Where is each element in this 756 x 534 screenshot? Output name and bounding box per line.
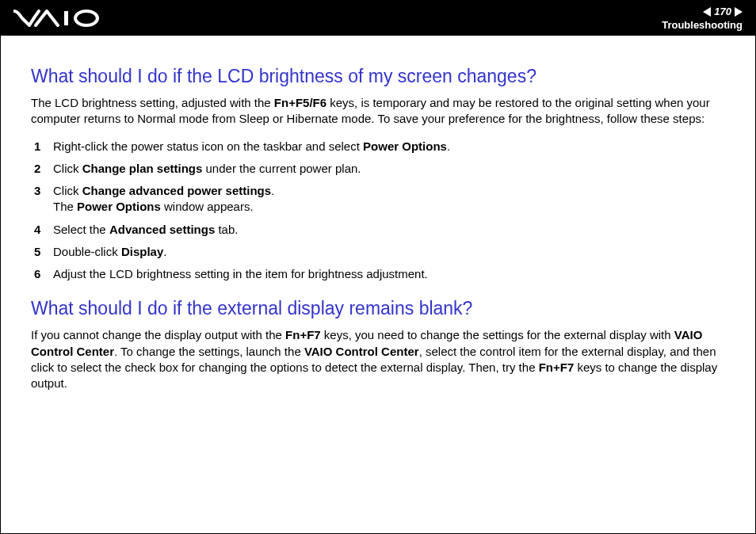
question-heading-2: What should I do if the external display… [31, 298, 725, 319]
keys-label: Fn+F7 [539, 360, 575, 374]
step-number: 1 [34, 139, 53, 154]
section-label: Troubleshooting [662, 19, 743, 31]
vaio-logo [13, 10, 101, 27]
list-item: 3 Click Change advanced power settings. … [34, 183, 725, 216]
list-item: 6 Adjust the LCD brightness setting in t… [34, 266, 725, 282]
text: The LCD brightness setting, adjusted wit… [31, 96, 274, 109]
header-right: 170 Troubleshooting [662, 6, 743, 31]
arrow-right-icon[interactable] [735, 7, 743, 17]
step-number: 3 [34, 183, 53, 216]
page-number: 170 [714, 6, 731, 17]
step-number: 6 [34, 266, 53, 282]
step-text: Double-click Display. [53, 244, 725, 260]
step-text: Click Change plan settings under the cur… [53, 161, 725, 177]
text: . [271, 184, 274, 197]
bold-text: Change advanced power settings [82, 184, 271, 197]
text: Click [53, 162, 82, 175]
step-text: Right-click the power status icon on the… [53, 139, 725, 154]
keys-label: Fn+F5/F6 [274, 96, 326, 109]
step-text: Click Change advanced power settings. Th… [53, 183, 725, 216]
step-number: 4 [34, 222, 53, 238]
bold-text: VAIO Control Center [304, 345, 419, 358]
text: Adjust the LCD brightness setting in the… [53, 267, 428, 280]
list-item: 4 Select the Advanced settings tab. [34, 222, 725, 238]
bold-text: Advanced settings [109, 223, 215, 236]
list-item: 2 Click Change plan settings under the c… [34, 161, 725, 177]
list-item: 5 Double-click Display. [34, 244, 725, 260]
text: . [447, 139, 450, 153]
step-number: 5 [34, 244, 53, 260]
intro-paragraph-2: If you cannot change the display output … [31, 327, 725, 391]
page-indicator: 170 [703, 6, 743, 17]
list-item: 1 Right-click the power status icon on t… [34, 139, 725, 154]
text: Right-click the power status icon on the… [53, 139, 363, 153]
page-header: 170 Troubleshooting [1, 1, 755, 36]
step-text: Select the Advanced settings tab. [53, 222, 725, 238]
text: . To change the settings, launch the [114, 345, 304, 358]
text: under the current power plan. [202, 162, 361, 175]
bold-text: Change plan settings [82, 162, 203, 175]
text: If you cannot change the display output … [31, 328, 285, 341]
steps-list: 1 Right-click the power status icon on t… [34, 139, 725, 283]
step-number: 2 [34, 161, 53, 177]
text: Click [53, 184, 82, 197]
intro-paragraph-1: The LCD brightness setting, adjusted wit… [31, 95, 725, 128]
text: The [53, 200, 77, 213]
text: . [163, 245, 166, 258]
svg-point-1 [75, 11, 97, 25]
bold-text: Power Options [363, 139, 447, 153]
text: Double-click [53, 245, 121, 258]
bold-text: Display [121, 245, 163, 258]
keys-label: Fn+F7 [285, 328, 321, 341]
text: window appears. [161, 200, 254, 213]
question-heading-1: What should I do if the LCD brightness o… [31, 66, 725, 87]
arrow-left-icon[interactable] [703, 7, 711, 17]
text: tab. [215, 223, 238, 236]
bold-text: Power Options [77, 200, 161, 213]
svg-rect-0 [64, 11, 68, 25]
page-content: What should I do if the LCD brightness o… [1, 36, 755, 391]
text: Select the [53, 223, 109, 236]
text: keys, you need to change the settings fo… [321, 328, 674, 341]
step-text: Adjust the LCD brightness setting in the… [53, 266, 725, 282]
